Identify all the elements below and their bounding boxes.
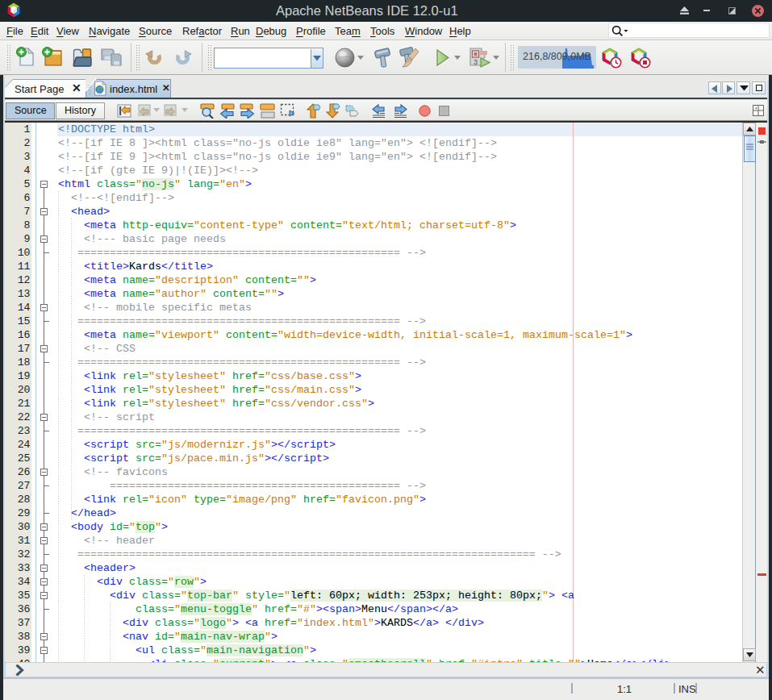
svg-text:3: 3 bbox=[474, 58, 478, 66]
